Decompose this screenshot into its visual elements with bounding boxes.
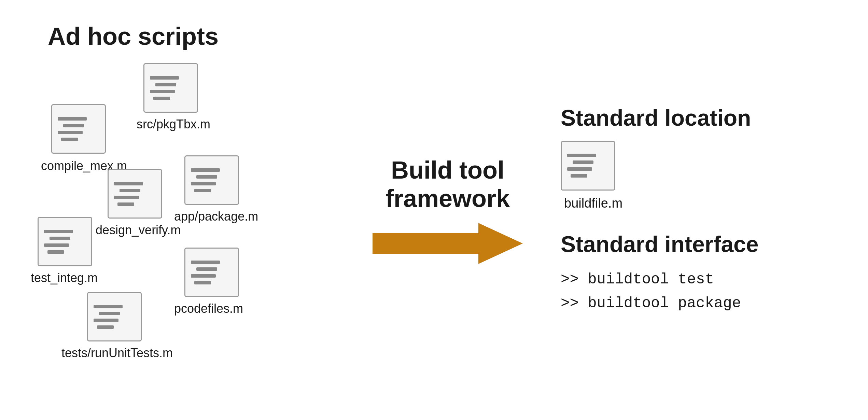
code-line-1: >> buildtool test	[561, 267, 741, 291]
file-line	[94, 319, 118, 322]
standard-location-title: Standard location	[561, 105, 751, 131]
arrow-icon	[373, 223, 523, 264]
code-line-2: >> buildtool package	[561, 291, 741, 315]
file-line	[196, 267, 217, 271]
file-line	[120, 189, 140, 192]
file-line	[58, 131, 83, 134]
file-line	[191, 274, 216, 278]
file-line	[47, 250, 64, 254]
standard-location-file-row: buildfile.m	[561, 141, 622, 211]
standard-location-block: Standard location buildfile.m	[561, 105, 751, 211]
middle-section: Build tool framework	[362, 156, 533, 264]
file-icon-compile-mex	[51, 104, 106, 154]
file-icon-src-pkgtbx	[143, 63, 198, 113]
file-icon-pcodefiles	[184, 248, 239, 297]
file-line	[191, 168, 220, 172]
file-icon-run-unit-tests	[87, 292, 142, 341]
file-label-buildfile: buildfile.m	[564, 196, 622, 211]
file-label-run-unit-tests: tests/runUnitTests.m	[61, 346, 173, 360]
file-line	[50, 237, 70, 240]
main-container: Ad hoc scripts src/pkgTbx.m compile_mex.…	[0, 0, 868, 420]
file-line	[114, 182, 143, 185]
right-section: Standard location buildfile.m Standard i…	[561, 105, 841, 316]
file-icon-design-verify	[108, 169, 162, 219]
file-label-app-package: app/package.m	[174, 209, 258, 224]
file-line	[191, 261, 220, 264]
file-label-pcodefiles: pcodefiles.m	[174, 302, 243, 316]
build-tool-line1: Build tool	[391, 156, 504, 184]
file-line	[567, 167, 592, 171]
arrow-container	[373, 223, 523, 264]
code-interface: >> buildtool test >> buildtool package	[561, 267, 741, 316]
file-line	[114, 196, 139, 199]
build-tool-line2: framework	[386, 185, 510, 212]
file-label-design-verify: design_verify.m	[96, 223, 181, 237]
ad-hoc-title: Ad hoc scripts	[48, 22, 219, 50]
left-section: Ad hoc scripts src/pkgTbx.m compile_mex.…	[27, 22, 335, 398]
file-line	[150, 90, 175, 93]
file-line	[573, 160, 593, 164]
file-icon-test-integ	[38, 217, 92, 266]
file-line	[97, 325, 114, 329]
file-line	[194, 281, 211, 284]
file-line	[571, 174, 587, 178]
file-line	[63, 124, 84, 127]
file-line	[153, 97, 170, 100]
file-line	[44, 230, 73, 233]
standard-interface-title: Standard interface	[561, 231, 759, 257]
build-tool-label: Build tool framework	[386, 156, 510, 213]
file-line	[194, 189, 211, 192]
file-line	[117, 202, 134, 206]
file-line	[94, 305, 123, 308]
standard-interface-block: Standard interface >> buildtool test >> …	[561, 231, 759, 316]
file-line	[155, 83, 176, 86]
file-line	[99, 312, 120, 315]
svg-marker-0	[373, 223, 523, 264]
file-line	[150, 76, 179, 80]
file-icon-buildfile	[561, 141, 615, 191]
file-line	[44, 243, 69, 247]
file-line	[567, 154, 596, 157]
file-label-test-integ: test_integ.m	[31, 271, 98, 285]
file-label-src-pkgtbx: src/pkgTbx.m	[137, 117, 210, 131]
file-line	[58, 117, 87, 121]
file-line	[191, 182, 216, 185]
file-line	[196, 175, 217, 179]
file-line	[61, 138, 78, 141]
file-icon-app-package	[184, 155, 239, 205]
